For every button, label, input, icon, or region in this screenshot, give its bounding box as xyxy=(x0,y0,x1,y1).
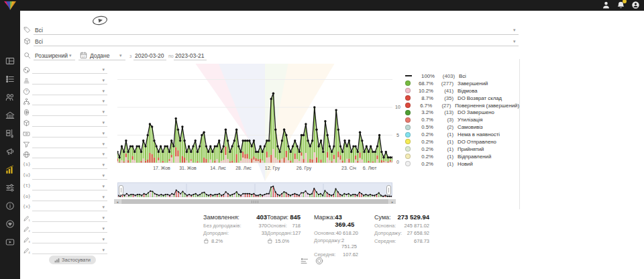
legend-item[interactable]: 68.7%(277)Завершений xyxy=(405,80,519,87)
profile-icon[interactable] xyxy=(631,1,640,9)
sidebar-item-partners[interactable] xyxy=(5,219,15,229)
scroll-right-arrow[interactable]: ▸ xyxy=(389,199,396,204)
legend-item[interactable]: 10.2%(41)Відмова xyxy=(405,87,519,95)
user-icon[interactable] xyxy=(602,1,610,9)
legend-count: (1) xyxy=(433,131,453,137)
chevron-down-icon[interactable]: ▾ xyxy=(102,173,105,178)
notifications-icon[interactable] xyxy=(616,1,625,9)
side-filter-help[interactable]: ?▾ xyxy=(21,87,107,98)
side-filter-pencil-3[interactable]: 3▾ xyxy=(21,235,107,246)
date-from-input[interactable]: 2020-03-20 xyxy=(135,52,164,59)
sidebar-item-warehouse[interactable] xyxy=(5,111,15,120)
sidebar-icon-list xyxy=(0,56,20,247)
legend-item[interactable]: 0.2%(1)Новий xyxy=(405,160,519,168)
sidebar-item-marketing[interactable] xyxy=(5,147,15,156)
legend-count: (35) xyxy=(433,95,453,101)
side-filter-globe[interactable]: ▾ xyxy=(21,150,107,161)
date-field-select[interactable]: Додане xyxy=(90,52,110,59)
side-filter-world[interactable]: ▾ xyxy=(21,66,107,76)
status-filter-value[interactable]: Всі xyxy=(35,27,43,34)
chevron-down-icon[interactable]: ▾ xyxy=(102,237,105,242)
chevron-down-icon[interactable]: ▾ xyxy=(102,152,105,157)
chevron-down-icon[interactable]: ▾ xyxy=(102,142,105,147)
side-filter-pencil-1[interactable]: 1▾ xyxy=(21,214,107,225)
chevron-down-icon[interactable]: ▾ xyxy=(102,194,105,200)
svg-text:?: ? xyxy=(25,89,28,93)
sidebar-item-video-lessons[interactable] xyxy=(5,237,15,247)
side-filter-box[interactable]: ▾ xyxy=(21,119,107,129)
side-filter-levels[interactable]: ▾ xyxy=(21,76,107,87)
side-filter-field-t[interactable]: {t}▾ xyxy=(21,182,107,193)
chevron-down-icon[interactable]: ▾ xyxy=(513,27,516,33)
legend-item[interactable]: 0.2%(1)Прийнятий xyxy=(405,146,519,153)
chevron-down-icon[interactable]: ▾ xyxy=(102,131,105,136)
search-icon[interactable] xyxy=(23,52,31,60)
legend-line-marker xyxy=(405,75,412,76)
sidebar-item-dashboard[interactable] xyxy=(5,56,15,66)
product-filter-dropdown[interactable] xyxy=(34,46,519,46)
legend-item[interactable]: 0.2%(1)Відправлений xyxy=(405,153,519,160)
product-filter-value[interactable]: Всі xyxy=(35,38,43,45)
chevron-down-icon[interactable]: ▾ xyxy=(102,99,105,104)
side-filter-field-u[interactable]: {u}▾ xyxy=(21,172,107,182)
navigator-left-handle[interactable] xyxy=(119,185,123,195)
status-filter-dropdown[interactable] xyxy=(34,34,519,35)
legend-item[interactable]: 100%(403)Всі xyxy=(405,72,519,80)
video-hint-icon[interactable] xyxy=(91,14,109,27)
chevron-down-icon[interactable]: ▾ xyxy=(69,53,72,58)
side-filter-pencil-2[interactable]: 2▾ xyxy=(21,225,107,235)
chevron-down-icon[interactable]: ▾ xyxy=(102,67,105,72)
side-filter-pencil-4[interactable]: 4▾ xyxy=(21,246,107,257)
scroll-left-arrow[interactable]: ◂ xyxy=(114,199,121,204)
chevron-down-icon[interactable]: ▾ xyxy=(119,53,122,58)
chart-navigator[interactable] xyxy=(117,182,392,197)
sidebar-item-orders[interactable] xyxy=(5,74,15,84)
chevron-down-icon[interactable]: ▾ xyxy=(513,39,516,44)
sidebar-item-analytics[interactable] xyxy=(5,165,15,174)
chart-scrollbar[interactable]: ◂ ▸ xyxy=(114,199,396,204)
chevron-down-icon[interactable]: ▾ xyxy=(102,226,105,231)
sidebar-item-integrations[interactable] xyxy=(5,183,15,192)
legend-label: Нема в наявності xyxy=(458,131,500,137)
side-filter-banknote[interactable]: ▾ xyxy=(21,129,107,140)
side-filter-fingerprint[interactable]: ▾ xyxy=(21,108,107,119)
apply-button[interactable]: Застосувати xyxy=(49,256,96,264)
sidebar-item-customers[interactable] xyxy=(5,93,15,102)
chevron-down-icon[interactable]: ▾ xyxy=(102,184,105,189)
chevron-down-icon[interactable]: ▾ xyxy=(102,78,105,83)
side-filter-field-x[interactable]: {x}▾ xyxy=(21,203,107,214)
legend-item[interactable]: 0.2%(1)DO Отправлено xyxy=(405,138,519,146)
legend-item[interactable]: 8.7%(35)DO Возврат склад xyxy=(405,95,519,102)
side-filter-field-o[interactable]: {o}▾ xyxy=(21,193,107,204)
sidebar-item-info[interactable] xyxy=(5,201,15,211)
scrollbar-thumb[interactable] xyxy=(121,199,388,204)
list-view-toggle[interactable] xyxy=(301,257,309,265)
chevron-down-icon[interactable]: ▾ xyxy=(102,215,105,221)
legend-item[interactable]: 0.2%(1)Нема в наявності xyxy=(405,131,519,138)
legend-label: DO Возврат склад xyxy=(458,95,502,101)
package-view-toggle[interactable] xyxy=(315,257,323,265)
legend-item[interactable]: 6.7%(27)Повернення (завершений) xyxy=(405,102,519,109)
chevron-down-icon[interactable]: ▾ xyxy=(102,109,105,115)
date-to-input[interactable]: 2023-03-21 xyxy=(175,52,204,59)
side-filter-hierarchy[interactable]: ▾ xyxy=(21,97,107,108)
brand-logo-icon[interactable] xyxy=(3,1,17,10)
legend-count: (1) xyxy=(433,161,453,167)
chevron-down-icon[interactable]: ▾ xyxy=(102,247,105,253)
legend-percent: 0.2% xyxy=(413,146,433,152)
legend-item[interactable]: 0.5%(2)Самовивіз xyxy=(405,123,519,131)
chevron-down-icon[interactable]: ▾ xyxy=(102,120,105,125)
legend-item[interactable]: 0.7%(3)Утилізація xyxy=(405,116,519,123)
legend-item[interactable]: 3.2%(13)DO Завершено xyxy=(405,109,519,116)
sidebar-item-procurement[interactable] xyxy=(5,129,15,138)
search-mode-select[interactable]: Розширений xyxy=(35,52,68,59)
chevron-down-icon[interactable]: ▾ xyxy=(102,89,105,94)
side-filter-funnel[interactable]: ▾ xyxy=(21,140,107,151)
legend-label: Завершений xyxy=(458,80,488,87)
levels-icon xyxy=(23,77,30,85)
side-filter-field-s[interactable]: {s}▾ xyxy=(21,161,107,172)
navigator-right-handle[interactable] xyxy=(386,185,391,195)
chart-icon xyxy=(54,258,60,263)
chevron-down-icon[interactable]: ▾ xyxy=(102,205,105,210)
chevron-down-icon[interactable]: ▾ xyxy=(102,162,105,168)
